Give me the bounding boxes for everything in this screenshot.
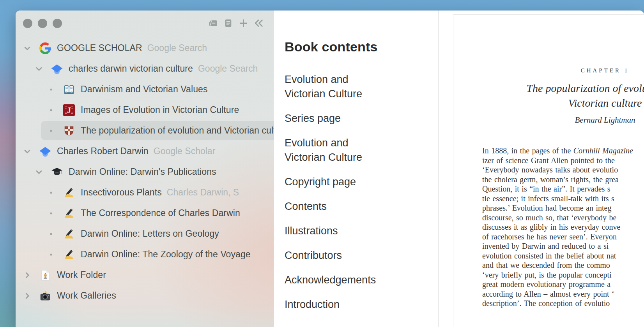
sidebar-item[interactable]: charles darwin victorian cultureGoogle S…	[16, 58, 274, 79]
reader-panel: CHAPTER 1 The popularization of evolutio…	[439, 11, 644, 327]
book-contents-item[interactable]: Copyright page	[285, 175, 388, 189]
bullet-icon	[46, 209, 56, 218]
sidebar-item[interactable]: Darwin Online: Letters on Geology	[16, 223, 274, 244]
body-text-line: great modern evolutionary programme a	[482, 280, 644, 289]
body-text-line: and that we descended from the commo	[482, 260, 644, 270]
traffic-light-minimize[interactable]	[38, 19, 47, 28]
writing-hand-icon	[63, 228, 75, 240]
google-logo-icon	[39, 42, 51, 54]
sidebar-item[interactable]: Work Galleries	[16, 285, 274, 306]
body-text-line: according to Allen – almost every point …	[482, 289, 644, 299]
tab-title: The popularization of evolution and Vict…	[81, 125, 274, 136]
body-text-line: tle essence; it infects small-talk with …	[482, 194, 644, 204]
tab-title: GOOGLE SCHOLAR	[57, 43, 142, 53]
chevron-right-icon[interactable]	[23, 271, 32, 280]
bullet-icon	[46, 126, 56, 135]
bullet-icon	[46, 229, 56, 239]
body-text-line: invented by Darwin and reduced to a si	[482, 241, 644, 251]
body-text-line: phrases.’ Evolution had become an integ	[482, 203, 644, 213]
traffic-light-zoom[interactable]	[53, 19, 62, 28]
book-page: CHAPTER 1 The popularization of evolutio…	[453, 14, 644, 327]
book-contents-item[interactable]: Contributors	[285, 248, 388, 263]
sidebar-item[interactable]: The popularization of evolution and Vict…	[16, 120, 274, 141]
tab-title: Images of Evolution in Victorian Culture	[81, 105, 239, 115]
chevron-down-icon[interactable]	[34, 167, 44, 177]
page-title: The popularization of evolution and Vict…	[482, 81, 644, 111]
body-text-line: discourse, so much so, that ‘everybody b…	[482, 213, 644, 223]
notes-icon[interactable]	[223, 18, 234, 28]
sidebar-item[interactable]: Charles Robert DarwinGoogle Scholar	[16, 141, 274, 162]
google-scholar-icon	[51, 63, 63, 75]
open-book-icon	[63, 83, 75, 96]
tab-title: charles darwin victorian culture	[69, 63, 193, 74]
sidebar-item[interactable]: Work Folder	[16, 265, 274, 285]
body-text-line: izer of science Grant Allen pointed to t…	[482, 156, 644, 165]
book-contents-item[interactable]: Evolution and Victorian Culture	[285, 136, 388, 165]
tab-title: Darwin Online: Letters on Geology	[81, 229, 219, 239]
sidebar-item[interactable]: Insectivorous PlantsCharles Darwin, S	[16, 182, 274, 203]
tab-card-icon[interactable]	[208, 18, 218, 28]
sidebar-toolbar	[208, 18, 264, 28]
sidebar-item[interactable]: GOOGLE SCHOLARGoogle Search	[16, 38, 274, 58]
tab-title: The Correspondence of Charles Darwin	[81, 208, 240, 218]
bullet-icon	[46, 85, 56, 94]
writing-hand-icon	[63, 207, 75, 220]
book-contents-item[interactable]: Evolution and Victorian Culture	[285, 72, 388, 101]
sidebar-item[interactable]: Darwin Online: Darwin's Publications	[16, 162, 274, 182]
body-text-line: of racehorses he has never seen’. Everyo…	[482, 232, 644, 242]
chapter-label: CHAPTER 1	[482, 67, 644, 74]
chevron-down-icon[interactable]	[23, 44, 32, 53]
tab-title: Darwinism and Victorian Values	[81, 84, 208, 95]
tab-title: Work Folder	[57, 270, 106, 280]
chevron-down-icon[interactable]	[34, 64, 44, 74]
bullet-icon	[46, 188, 56, 197]
svg-text:J: J	[67, 106, 71, 114]
book-contents-item[interactable]: Contents	[285, 199, 388, 214]
jstor-icon: J	[63, 104, 75, 116]
graduation-cap-icon	[51, 166, 63, 178]
tab-title: Darwin Online: The Zoology of the Voyage	[81, 249, 251, 260]
book-contents-item[interactable]: Acknowledgements	[285, 273, 388, 287]
body-text-line: description’. The conception of evolutio	[482, 299, 644, 308]
page-title-line1: The popularization of evolution and	[482, 81, 644, 96]
book-contents-list: Evolution and Victorian CultureSeries pa…	[285, 72, 438, 312]
chevron-right-icon[interactable]	[23, 291, 32, 301]
bullet-icon	[46, 250, 56, 259]
camera-flash-icon	[39, 290, 51, 302]
book-contents-panel: Book contents Evolution and Victorian Cu…	[274, 11, 438, 327]
chevron-down-icon[interactable]	[23, 147, 32, 156]
page-title-line2: Victorian culture	[482, 96, 644, 111]
cambridge-shield-icon	[63, 125, 75, 137]
tab-title: Charles Robert Darwin	[57, 146, 149, 156]
page-body: In 1888, in the pages of the Cornhill Ma…	[482, 146, 644, 308]
book-contents-item[interactable]: Introduction	[285, 297, 388, 312]
tab-subtitle: Google Search	[198, 63, 258, 74]
sidebar-item[interactable]: The Correspondence of Charles Darwin	[16, 203, 274, 223]
traffic-lights	[23, 19, 62, 28]
tab-subtitle: Google Scholar	[154, 146, 216, 156]
new-tab-icon[interactable]	[238, 18, 249, 28]
writing-hand-icon	[63, 248, 75, 261]
book-contents-item[interactable]: Series page	[285, 111, 388, 126]
bullet-icon	[46, 105, 56, 115]
sidebar: GOOGLE SCHOLARGoogle Searchcharles darwi…	[16, 11, 274, 327]
collapse-sidebar-icon[interactable]	[253, 18, 264, 28]
tab-subtitle: Charles Darwin, S	[167, 187, 239, 198]
body-text-line: ‘Everybody nowadays talks about evolutio	[482, 165, 644, 175]
sidebar-item[interactable]: Darwinism and Victorian Values	[16, 79, 274, 100]
browser-window: GOOGLE SCHOLARGoogle Searchcharles darwi…	[16, 11, 644, 327]
sidebar-tree: GOOGLE SCHOLARGoogle Searchcharles darwi…	[16, 38, 274, 306]
writing-hand-icon	[63, 186, 75, 199]
tab-title: Work Galleries	[57, 290, 116, 301]
body-text-line: evolution consisted in the belief about …	[482, 251, 644, 261]
google-scholar-icon	[39, 145, 51, 158]
page-header: CHAPTER 1 The popularization of evolutio…	[482, 67, 644, 125]
sidebar-item[interactable]: Darwin Online: The Zoology of the Voyage	[16, 244, 274, 265]
book-contents-item[interactable]: Illustrations	[285, 224, 388, 238]
body-text-line: the cholera germ, woman’s rights, the gr…	[482, 175, 644, 185]
sidebar-item[interactable]: JImages of Evolution in Victorian Cultur…	[16, 100, 274, 120]
body-text-line: discusses it as glibly in his everyday c…	[482, 222, 644, 232]
page-author: Bernard Lightman	[482, 115, 644, 125]
document-person-icon	[39, 269, 51, 281]
traffic-light-close[interactable]	[23, 19, 32, 28]
